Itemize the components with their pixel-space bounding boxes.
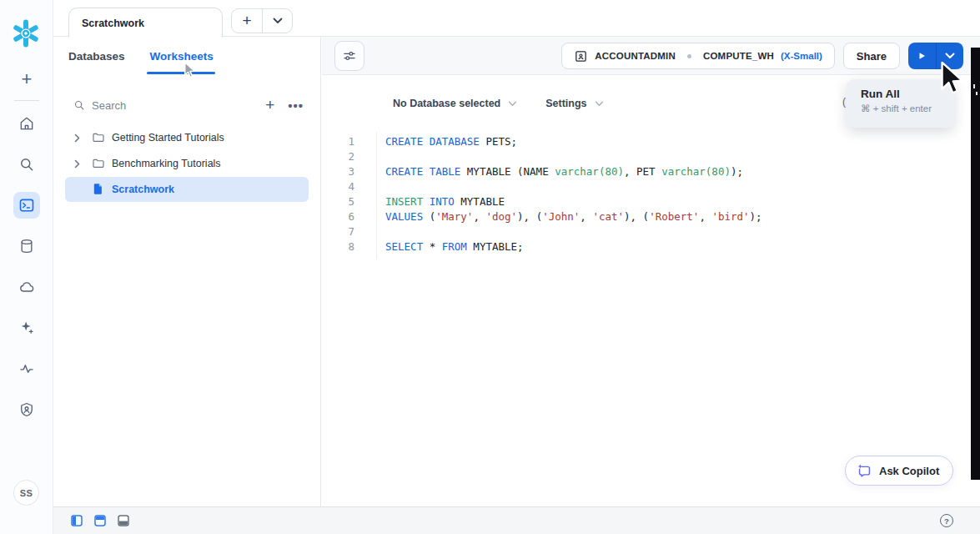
snowflake-logo-icon [11, 18, 41, 48]
worksheet-tree: Getting Started Tutorials Benchmarking T… [53, 125, 320, 202]
copilot-icon [857, 463, 872, 479]
warehouse-label: COMPUTE_WH [703, 51, 774, 61]
more-options-icon[interactable]: ••• [288, 98, 304, 113]
chevron-right-icon[interactable] [71, 134, 83, 143]
filters-button[interactable] [334, 41, 364, 71]
editor-layout-icon[interactable] [94, 515, 106, 526]
bottom-bar: ? [53, 506, 980, 534]
code-lines: 1CREATE DATABASE PETS;23CREATE TABLE MYT… [322, 134, 980, 254]
user-avatar[interactable]: SS [13, 480, 39, 506]
run-options-menu: Run All ⌘ + shift + enter [847, 79, 954, 128]
sidebar-search-row: Search + ••• [53, 87, 320, 123]
search-icon [73, 99, 85, 111]
settings-menu[interactable]: Settings [545, 98, 603, 109]
folder-icon [92, 157, 105, 170]
chevron-down-icon [945, 53, 955, 59]
chevron-down-icon [595, 101, 604, 107]
line-number: 7 [322, 224, 354, 239]
code-line[interactable]: 5INSERT INTO MYTABLE [322, 194, 980, 209]
tree-folder-getting-started[interactable]: Getting Started Tutorials [65, 125, 309, 150]
screen-edge-artifact [971, 48, 980, 480]
tab-databases[interactable]: Databases [68, 50, 125, 63]
tab-label: Scratchwork [82, 18, 144, 29]
ai-icon[interactable] [13, 315, 40, 341]
warehouse-size-label: (X-Small) [781, 51, 822, 61]
editor-header: ACCOUNTADMIN COMPUTE_WH (X-Small) Share [322, 37, 980, 75]
code-line[interactable]: 2 [322, 149, 980, 164]
activity-icon[interactable] [13, 355, 40, 382]
left-rail: + [0, 0, 53, 534]
line-number: 8 [322, 239, 354, 254]
sliders-icon [342, 48, 357, 63]
role-badge-icon [574, 49, 588, 63]
code-line[interactable]: 1CREATE DATABASE PETS; [322, 134, 980, 149]
database-selector[interactable]: No Database selected [393, 98, 517, 109]
share-button[interactable]: Share [843, 43, 900, 69]
tree-item-scratchwork-selected[interactable]: Scratchwork [65, 177, 309, 202]
mouse-cursor [939, 61, 965, 96]
obscured-text-fragment: ( [842, 96, 846, 108]
separator-dot [687, 54, 691, 58]
code-line[interactable]: 7 [322, 224, 980, 239]
search-icon[interactable] [13, 151, 40, 178]
line-number: 3 [322, 164, 354, 179]
line-number: 1 [322, 134, 354, 149]
run-button[interactable] [908, 43, 936, 69]
active-tab-underline [147, 72, 215, 74]
worksheet-tab-bar: Scratchwork + [53, 0, 980, 37]
new-object-button[interactable]: + [0, 68, 53, 90]
ask-copilot-button[interactable]: Ask Copilot [845, 456, 953, 486]
code-line[interactable]: 3CREATE TABLE MYTABLE (NAME varchar(80),… [322, 164, 980, 179]
tree-item-label: Scratchwork [112, 184, 174, 195]
home-icon[interactable] [13, 110, 40, 137]
tab-list-chevron-button[interactable] [262, 9, 292, 33]
secondary-cursor [183, 62, 196, 78]
line-number: 6 [322, 209, 354, 224]
context-selector[interactable]: ACCOUNTADMIN COMPUTE_WH (X-Small) [561, 43, 835, 69]
new-worksheet-tab-button[interactable]: + [232, 9, 262, 33]
tree-folder-benchmarking[interactable]: Benchmarking Tutorials [65, 151, 309, 176]
snowsight-app: + [0, 0, 980, 534]
code-line[interactable]: 4 [322, 179, 980, 194]
tree-item-label: Benchmarking Tutorials [112, 158, 221, 169]
role-label: ACCOUNTADMIN [595, 51, 676, 61]
line-number: 2 [322, 149, 354, 164]
tree-item-label: Getting Started Tutorials [112, 132, 224, 144]
chevron-down-icon [508, 101, 517, 107]
copilot-label: Ask Copilot [879, 465, 939, 477]
code-line[interactable]: 6VALUES ('Mary', 'dog'), ('John', 'cat')… [322, 209, 980, 224]
play-icon [917, 51, 927, 61]
tab-worksheets[interactable]: Worksheets [150, 50, 214, 63]
worksheets-nav-icon[interactable] [13, 192, 40, 219]
search-input[interactable]: Search [73, 99, 126, 112]
sidebar-layout-icon[interactable] [71, 515, 83, 526]
folder-icon [92, 131, 105, 144]
run-all-shortcut: ⌘ + shift + enter [861, 103, 954, 114]
cloud-icon[interactable] [13, 274, 40, 300]
tab-actions: + [231, 8, 293, 33]
new-worksheet-button[interactable]: + [265, 96, 274, 114]
line-number: 5 [322, 194, 354, 209]
code-line[interactable]: 8SELECT * FROM MYTABLE; [322, 239, 980, 254]
admin-icon[interactable] [13, 396, 40, 423]
chevron-right-icon[interactable] [71, 159, 83, 169]
data-icon[interactable] [13, 233, 40, 259]
sidebar: Databases Worksheets Search + ••• [53, 37, 321, 506]
help-icon[interactable]: ? [940, 514, 953, 527]
tab-scratchwork[interactable]: Scratchwork [68, 8, 223, 38]
rail-divider [14, 100, 39, 101]
sql-editor[interactable]: 1CREATE DATABASE PETS;23CREATE TABLE MYT… [322, 132, 980, 254]
line-number: 4 [322, 179, 354, 194]
results-layout-icon[interactable] [118, 515, 129, 526]
worksheet-file-icon [92, 183, 105, 196]
search-placeholder: Search [92, 99, 126, 112]
